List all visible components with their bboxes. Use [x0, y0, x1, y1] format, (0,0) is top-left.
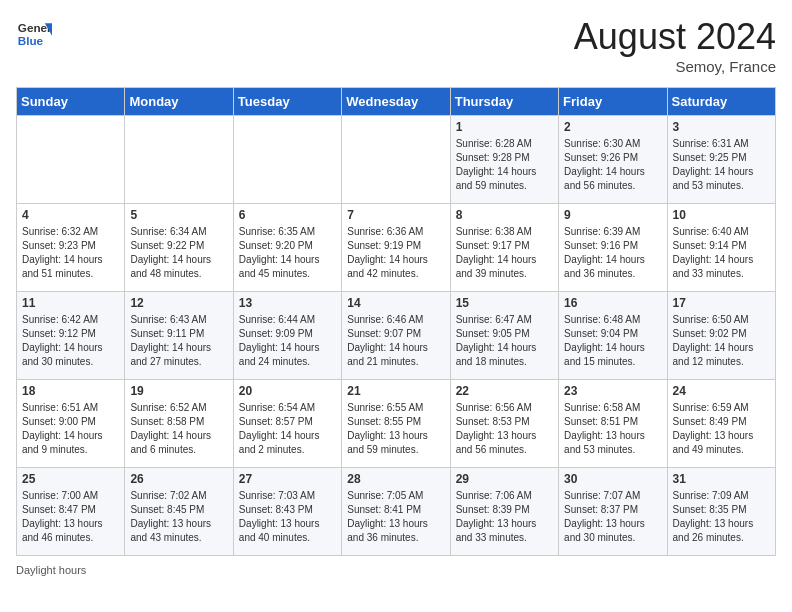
calendar-cell: 27Sunrise: 7:03 AMSunset: 8:43 PMDayligh…: [233, 468, 341, 556]
calendar-cell: 26Sunrise: 7:02 AMSunset: 8:45 PMDayligh…: [125, 468, 233, 556]
day-number: 28: [347, 472, 444, 486]
day-number: 31: [673, 472, 770, 486]
cell-info: Sunrise: 7:00 AMSunset: 8:47 PMDaylight:…: [22, 489, 119, 545]
cell-info: Sunrise: 6:35 AMSunset: 9:20 PMDaylight:…: [239, 225, 336, 281]
cell-info: Sunrise: 6:28 AMSunset: 9:28 PMDaylight:…: [456, 137, 553, 193]
calendar-cell: 16Sunrise: 6:48 AMSunset: 9:04 PMDayligh…: [559, 292, 667, 380]
day-number: 14: [347, 296, 444, 310]
calendar-cell: [342, 116, 450, 204]
header-day-saturday: Saturday: [667, 88, 775, 116]
calendar-cell: 6Sunrise: 6:35 AMSunset: 9:20 PMDaylight…: [233, 204, 341, 292]
calendar-cell: 30Sunrise: 7:07 AMSunset: 8:37 PMDayligh…: [559, 468, 667, 556]
cell-info: Sunrise: 7:06 AMSunset: 8:39 PMDaylight:…: [456, 489, 553, 545]
logo: General Blue: [16, 16, 52, 52]
day-number: 20: [239, 384, 336, 398]
calendar-cell: 28Sunrise: 7:05 AMSunset: 8:41 PMDayligh…: [342, 468, 450, 556]
cell-info: Sunrise: 6:58 AMSunset: 8:51 PMDaylight:…: [564, 401, 661, 457]
logo-icon: General Blue: [16, 16, 52, 52]
page-header: General Blue August 2024 Semoy, France: [16, 16, 776, 75]
cell-info: Sunrise: 6:47 AMSunset: 9:05 PMDaylight:…: [456, 313, 553, 369]
day-number: 25: [22, 472, 119, 486]
cell-info: Sunrise: 6:34 AMSunset: 9:22 PMDaylight:…: [130, 225, 227, 281]
cell-info: Sunrise: 6:50 AMSunset: 9:02 PMDaylight:…: [673, 313, 770, 369]
day-number: 9: [564, 208, 661, 222]
day-number: 26: [130, 472, 227, 486]
cell-info: Sunrise: 6:39 AMSunset: 9:16 PMDaylight:…: [564, 225, 661, 281]
calendar-cell: 7Sunrise: 6:36 AMSunset: 9:19 PMDaylight…: [342, 204, 450, 292]
header-day-thursday: Thursday: [450, 88, 558, 116]
day-number: 16: [564, 296, 661, 310]
calendar-cell: 24Sunrise: 6:59 AMSunset: 8:49 PMDayligh…: [667, 380, 775, 468]
calendar-cell: 18Sunrise: 6:51 AMSunset: 9:00 PMDayligh…: [17, 380, 125, 468]
day-number: 22: [456, 384, 553, 398]
calendar-cell: [233, 116, 341, 204]
location-subtitle: Semoy, France: [574, 58, 776, 75]
cell-info: Sunrise: 7:05 AMSunset: 8:41 PMDaylight:…: [347, 489, 444, 545]
cell-info: Sunrise: 6:59 AMSunset: 8:49 PMDaylight:…: [673, 401, 770, 457]
calendar-cell: 9Sunrise: 6:39 AMSunset: 9:16 PMDaylight…: [559, 204, 667, 292]
header-day-sunday: Sunday: [17, 88, 125, 116]
cell-info: Sunrise: 6:40 AMSunset: 9:14 PMDaylight:…: [673, 225, 770, 281]
calendar-cell: 29Sunrise: 7:06 AMSunset: 8:39 PMDayligh…: [450, 468, 558, 556]
cell-info: Sunrise: 7:02 AMSunset: 8:45 PMDaylight:…: [130, 489, 227, 545]
week-row-4: 18Sunrise: 6:51 AMSunset: 9:00 PMDayligh…: [17, 380, 776, 468]
day-number: 18: [22, 384, 119, 398]
day-number: 1: [456, 120, 553, 134]
cell-info: Sunrise: 6:43 AMSunset: 9:11 PMDaylight:…: [130, 313, 227, 369]
calendar-cell: 13Sunrise: 6:44 AMSunset: 9:09 PMDayligh…: [233, 292, 341, 380]
cell-info: Sunrise: 6:36 AMSunset: 9:19 PMDaylight:…: [347, 225, 444, 281]
cell-info: Sunrise: 6:31 AMSunset: 9:25 PMDaylight:…: [673, 137, 770, 193]
day-number: 13: [239, 296, 336, 310]
month-year-title: August 2024: [574, 16, 776, 58]
calendar-table: SundayMondayTuesdayWednesdayThursdayFrid…: [16, 87, 776, 556]
calendar-cell: 2Sunrise: 6:30 AMSunset: 9:26 PMDaylight…: [559, 116, 667, 204]
calendar-cell: 21Sunrise: 6:55 AMSunset: 8:55 PMDayligh…: [342, 380, 450, 468]
header-day-monday: Monday: [125, 88, 233, 116]
calendar-cell: 23Sunrise: 6:58 AMSunset: 8:51 PMDayligh…: [559, 380, 667, 468]
day-number: 24: [673, 384, 770, 398]
day-number: 4: [22, 208, 119, 222]
calendar-cell: 25Sunrise: 7:00 AMSunset: 8:47 PMDayligh…: [17, 468, 125, 556]
cell-info: Sunrise: 6:46 AMSunset: 9:07 PMDaylight:…: [347, 313, 444, 369]
cell-info: Sunrise: 6:32 AMSunset: 9:23 PMDaylight:…: [22, 225, 119, 281]
calendar-cell: 22Sunrise: 6:56 AMSunset: 8:53 PMDayligh…: [450, 380, 558, 468]
header-row: SundayMondayTuesdayWednesdayThursdayFrid…: [17, 88, 776, 116]
day-number: 17: [673, 296, 770, 310]
header-day-tuesday: Tuesday: [233, 88, 341, 116]
cell-info: Sunrise: 7:07 AMSunset: 8:37 PMDaylight:…: [564, 489, 661, 545]
header-day-friday: Friday: [559, 88, 667, 116]
calendar-cell: [17, 116, 125, 204]
svg-text:Blue: Blue: [18, 34, 44, 47]
calendar-cell: 5Sunrise: 6:34 AMSunset: 9:22 PMDaylight…: [125, 204, 233, 292]
calendar-cell: 11Sunrise: 6:42 AMSunset: 9:12 PMDayligh…: [17, 292, 125, 380]
calendar-cell: 4Sunrise: 6:32 AMSunset: 9:23 PMDaylight…: [17, 204, 125, 292]
week-row-5: 25Sunrise: 7:00 AMSunset: 8:47 PMDayligh…: [17, 468, 776, 556]
day-number: 19: [130, 384, 227, 398]
day-number: 10: [673, 208, 770, 222]
cell-info: Sunrise: 6:56 AMSunset: 8:53 PMDaylight:…: [456, 401, 553, 457]
day-number: 23: [564, 384, 661, 398]
day-number: 2: [564, 120, 661, 134]
calendar-cell: 10Sunrise: 6:40 AMSunset: 9:14 PMDayligh…: [667, 204, 775, 292]
day-number: 27: [239, 472, 336, 486]
calendar-cell: 14Sunrise: 6:46 AMSunset: 9:07 PMDayligh…: [342, 292, 450, 380]
cell-info: Sunrise: 6:54 AMSunset: 8:57 PMDaylight:…: [239, 401, 336, 457]
calendar-cell: 8Sunrise: 6:38 AMSunset: 9:17 PMDaylight…: [450, 204, 558, 292]
cell-info: Sunrise: 6:52 AMSunset: 8:58 PMDaylight:…: [130, 401, 227, 457]
cell-info: Sunrise: 6:42 AMSunset: 9:12 PMDaylight:…: [22, 313, 119, 369]
day-number: 21: [347, 384, 444, 398]
title-area: August 2024 Semoy, France: [574, 16, 776, 75]
svg-text:General: General: [18, 21, 52, 34]
calendar-cell: 17Sunrise: 6:50 AMSunset: 9:02 PMDayligh…: [667, 292, 775, 380]
cell-info: Sunrise: 6:38 AMSunset: 9:17 PMDaylight:…: [456, 225, 553, 281]
footer: Daylight hours: [16, 564, 776, 576]
calendar-cell: 19Sunrise: 6:52 AMSunset: 8:58 PMDayligh…: [125, 380, 233, 468]
calendar-cell: 31Sunrise: 7:09 AMSunset: 8:35 PMDayligh…: [667, 468, 775, 556]
day-number: 6: [239, 208, 336, 222]
day-number: 7: [347, 208, 444, 222]
cell-info: Sunrise: 6:44 AMSunset: 9:09 PMDaylight:…: [239, 313, 336, 369]
day-number: 5: [130, 208, 227, 222]
day-number: 29: [456, 472, 553, 486]
calendar-cell: 3Sunrise: 6:31 AMSunset: 9:25 PMDaylight…: [667, 116, 775, 204]
day-number: 11: [22, 296, 119, 310]
